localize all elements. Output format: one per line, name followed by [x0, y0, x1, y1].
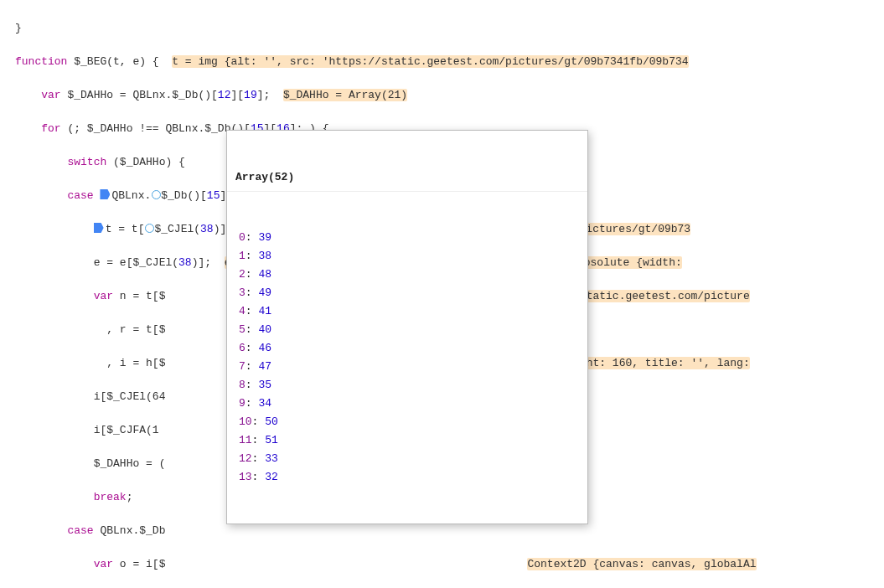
- tooltip-entry[interactable]: 0: 39: [227, 229, 587, 247]
- inline-value: Context2D {canvas: canvas, globalAl: [527, 558, 756, 570]
- tooltip-entry[interactable]: 5: 40: [227, 321, 587, 339]
- tooltip-entry[interactable]: 11: 51: [227, 431, 587, 450]
- tooltip-entry[interactable]: 1: 38: [227, 247, 587, 266]
- inline-value: t = img {alt: '', src: 'https://static.g…: [172, 55, 688, 68]
- tooltip-entry[interactable]: 10: 50: [227, 413, 587, 431]
- tooltip-entry[interactable]: 3: 49: [227, 284, 587, 302]
- code-line: case QBLnx.$_Db: [15, 523, 884, 539]
- breakpoint-marker[interactable]: [100, 189, 110, 199]
- code-line: var o = i[$Context2D {canvas: canvas, gl…: [15, 556, 884, 573]
- step-target-icon: [145, 224, 154, 233]
- value-tooltip[interactable]: Array(52) 0: 391: 382: 483: 494: 415: 40…: [226, 130, 588, 524]
- tooltip-entry[interactable]: 12: 33: [227, 450, 587, 468]
- tooltip-entry[interactable]: 6: 46: [227, 339, 587, 358]
- code-line: function $_BEG(t, e) { t = img {alt: '',…: [15, 54, 884, 70]
- tooltip-entry[interactable]: 7: 47: [227, 358, 587, 376]
- tooltip-body[interactable]: 0: 391: 382: 483: 494: 415: 406: 467: 47…: [227, 225, 587, 490]
- tooltip-entry[interactable]: 4: 41: [227, 302, 587, 321]
- tooltip-entry[interactable]: 13: 32: [227, 468, 587, 487]
- code-editor[interactable]: } function $_BEG(t, e) { t = img {alt: '…: [0, 0, 884, 588]
- tooltip-title: Array(52): [227, 164, 587, 192]
- code-line: }: [15, 20, 884, 37]
- step-target-icon: [152, 190, 161, 199]
- inline-value: $_DAHHo = Array(21): [283, 89, 407, 101]
- tooltip-entry[interactable]: 9: 34: [227, 395, 587, 413]
- code-line: var $_DAHHo = QBLnx.$_Db()[12][19]; $_DA…: [15, 87, 884, 104]
- tooltip-entry[interactable]: 8: 35: [227, 376, 587, 395]
- breakpoint-marker[interactable]: [94, 223, 104, 233]
- tooltip-entry[interactable]: 2: 48: [227, 266, 587, 284]
